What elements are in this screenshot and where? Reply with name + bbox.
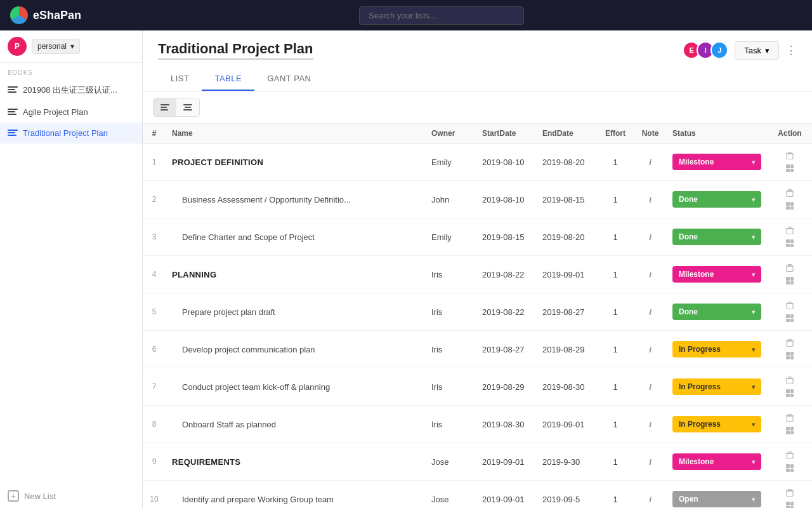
delete-icon[interactable]: [784, 225, 796, 236]
tab-list[interactable]: LIST: [158, 67, 202, 91]
status-badge[interactable]: Milestone▾: [672, 154, 761, 170]
note-icon[interactable]: i: [641, 195, 660, 204]
svg-rect-26: [787, 379, 793, 384]
delete-icon[interactable]: [784, 412, 796, 424]
delete-icon[interactable]: [784, 187, 796, 199]
list-icon: [8, 130, 18, 137]
tab-gant[interactable]: GANT PAN: [254, 67, 324, 91]
status-badge[interactable]: Done▾: [672, 304, 761, 320]
status-label: Milestone: [679, 270, 714, 279]
logo-icon: [10, 6, 28, 24]
cell-note: i: [634, 218, 666, 256]
note-icon[interactable]: i: [641, 270, 660, 279]
cell-startdate: 2019-08-29: [476, 368, 536, 406]
cell-status: Done▾: [666, 218, 768, 256]
sidebar-item-label: Traditional Project Plan: [23, 128, 108, 138]
reorder-icon[interactable]: [784, 275, 796, 286]
status-badge[interactable]: In Progress▾: [672, 341, 761, 358]
col-action: Action: [768, 124, 812, 144]
search-input[interactable]: [359, 6, 524, 25]
action-cell: [774, 262, 806, 286]
sidebar-item-list3[interactable]: Traditional Project Plan: [0, 123, 142, 144]
grid-icon: [786, 502, 794, 508]
svg-rect-4: [185, 107, 191, 108]
status-badge[interactable]: Milestone▾: [672, 266, 761, 283]
cell-num: 2: [143, 181, 166, 218]
svg-rect-19: [788, 302, 792, 303]
chevron-down-icon: ▾: [752, 196, 755, 203]
table-row: 1PROJECT DEFINITIONEmily2019-08-102019-0…: [143, 144, 812, 181]
reorder-icon[interactable]: [784, 312, 796, 324]
note-icon[interactable]: i: [641, 457, 660, 467]
delete-icon[interactable]: [784, 337, 796, 349]
note-icon[interactable]: i: [641, 232, 660, 242]
note-icon[interactable]: i: [641, 157, 660, 167]
note-icon[interactable]: i: [641, 307, 660, 317]
delete-icon[interactable]: [784, 375, 796, 386]
task-button[interactable]: Task ▾: [735, 41, 779, 60]
sidebar-item-list1[interactable]: 201908 出生证三级认证...: [0, 79, 142, 102]
reorder-icon[interactable]: [784, 350, 796, 361]
svg-rect-23: [787, 342, 793, 347]
reorder-icon[interactable]: [784, 200, 796, 211]
cell-num: 7: [143, 368, 166, 406]
svg-rect-35: [787, 491, 793, 497]
note-icon[interactable]: i: [641, 345, 660, 354]
svg-rect-16: [788, 264, 792, 265]
table-row: 3Define Charter and Scope of ProjectEmil…: [143, 218, 812, 256]
delete-icon[interactable]: [784, 300, 796, 311]
cell-enddate: 2019-09-5: [536, 481, 596, 509]
toolbar-align-center[interactable]: [176, 98, 199, 116]
sidebar-top: P personal ▾: [0, 30, 142, 63]
col-effort: Effort: [596, 124, 634, 144]
delete-icon[interactable]: [784, 450, 796, 461]
new-list-button[interactable]: + New List: [0, 484, 142, 508]
status-badge[interactable]: In Progress▾: [672, 378, 761, 395]
table-body: 1PROJECT DEFINITIONEmily2019-08-102019-0…: [143, 144, 812, 509]
status-badge[interactable]: Open▾: [672, 491, 761, 507]
tab-table[interactable]: TABLE: [202, 67, 254, 91]
reorder-icon[interactable]: [784, 163, 796, 174]
action-cell: [774, 187, 806, 211]
grid-icon: [786, 239, 794, 247]
sidebar-item-label: 201908 出生证三级认证...: [23, 84, 117, 96]
cell-action: [768, 406, 812, 443]
note-icon[interactable]: i: [641, 420, 660, 429]
personal-selector[interactable]: personal ▾: [32, 39, 80, 54]
note-icon[interactable]: i: [641, 495, 660, 504]
cell-action: [768, 218, 812, 256]
action-cell: [774, 300, 806, 324]
cell-note: i: [634, 443, 666, 481]
delete-icon[interactable]: [784, 150, 796, 161]
reorder-icon[interactable]: [784, 425, 796, 436]
delete-icon[interactable]: [784, 487, 796, 498]
status-badge[interactable]: In Progress▾: [672, 416, 761, 432]
reorder-icon[interactable]: [784, 237, 796, 249]
note-icon[interactable]: i: [641, 382, 660, 392]
reorder-icon[interactable]: [784, 462, 796, 474]
task-name-main: REQUIREMENTS: [172, 457, 240, 467]
status-badge[interactable]: Done▾: [672, 191, 761, 208]
cell-name: Conduct project team kick-off & planning: [166, 368, 425, 406]
cell-name: PLANNING: [166, 256, 425, 293]
table-row: 5Prepare project plan draftIris2019-08-2…: [143, 293, 812, 331]
table-row: 7Conduct project team kick-off & plannin…: [143, 368, 812, 406]
action-cell: [774, 412, 806, 436]
svg-rect-11: [787, 192, 793, 197]
table-row: 10Identify and prepare Working Group tea…: [143, 481, 812, 509]
status-badge[interactable]: Done▾: [672, 229, 761, 245]
status-label: In Progress: [679, 420, 721, 429]
action-cell: [774, 450, 806, 474]
toolbar-align-left[interactable]: [154, 98, 176, 116]
cell-startdate: 2019-09-01: [476, 443, 536, 481]
sidebar-item-list2[interactable]: Agile Project Plan: [0, 102, 142, 123]
reorder-icon[interactable]: [784, 387, 796, 399]
status-label: In Progress: [679, 382, 721, 391]
delete-icon[interactable]: [784, 262, 796, 274]
status-badge[interactable]: Milestone▾: [672, 453, 761, 470]
reorder-icon[interactable]: [784, 500, 796, 508]
more-options-button[interactable]: ⋮: [785, 43, 797, 57]
grid-icon: [786, 277, 794, 284]
svg-rect-29: [787, 417, 793, 422]
cell-note: i: [634, 406, 666, 443]
